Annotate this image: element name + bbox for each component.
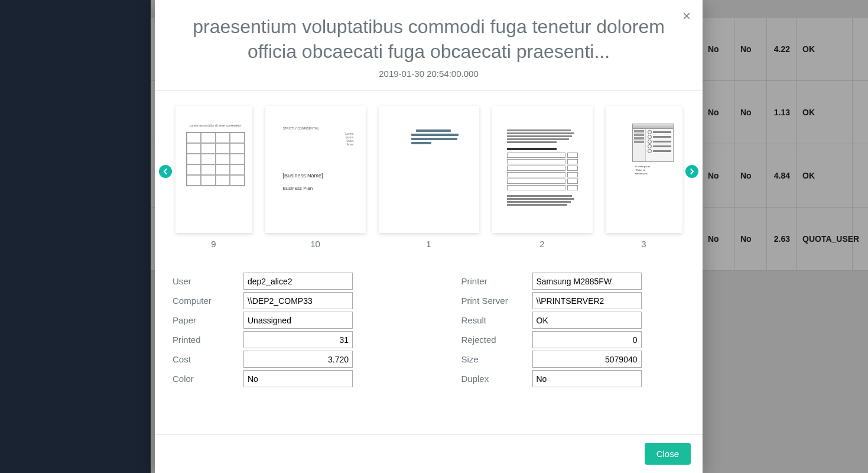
label-user: User — [173, 276, 243, 286]
printer-field[interactable] — [532, 273, 642, 290]
details-left-column: User Computer Paper Printed Cost — [173, 273, 396, 390]
modal-timestamp: 2019-01-30 20:54:00.000 — [173, 69, 685, 79]
label-duplex: Duplex — [461, 374, 532, 384]
label-color: Color — [173, 374, 243, 384]
modal-body: Lorem ipsum dolor sit amet consectetur 9 — [155, 90, 703, 434]
color-field[interactable] — [243, 370, 353, 387]
modal-header: × praesentium voluptatibus commodi fuga … — [155, 0, 703, 90]
label-result: Result — [461, 315, 532, 325]
page-thumbnail-carousel: Lorem ipsum dolor sit amet consectetur 9 — [173, 106, 685, 249]
label-paper: Paper — [173, 315, 243, 325]
label-print-server: Print Server — [461, 296, 532, 306]
page-thumbnail — [492, 106, 593, 233]
thumbnail-item[interactable]: • Lorem ipsum • Dolor sit • Amet cons 3 — [606, 106, 682, 249]
rejected-field[interactable] — [532, 331, 642, 348]
modal-title: praesentium voluptatibus commodi fuga te… — [173, 15, 685, 64]
carousel-next-button[interactable] — [685, 165, 698, 178]
cost-field[interactable] — [243, 351, 353, 368]
label-rejected: Rejected — [461, 335, 532, 345]
page-thumbnail: Lorem ipsum dolor sit amet consectetur — [175, 106, 252, 233]
chevron-right-icon — [689, 169, 695, 174]
label-computer: Computer — [173, 296, 243, 306]
user-field[interactable] — [243, 273, 353, 290]
modal-footer: Close — [155, 434, 703, 473]
details-grid: User Computer Paper Printed Cost — [173, 264, 685, 401]
duplex-field[interactable] — [532, 370, 642, 387]
size-field[interactable] — [532, 351, 642, 368]
thumbnail-page-number: 3 — [641, 239, 646, 249]
carousel-prev-button[interactable] — [159, 165, 172, 178]
chevron-left-icon — [162, 169, 168, 174]
thumbnail-page-number: 1 — [426, 239, 431, 249]
close-button[interactable]: Close — [645, 443, 691, 465]
print-server-field[interactable] — [532, 292, 642, 309]
thumbnail-item[interactable]: 2 — [492, 106, 593, 249]
label-printed: Printed — [173, 335, 243, 345]
thumbnail-page-number: 2 — [539, 239, 544, 249]
page-thumbnail — [379, 106, 479, 233]
result-field[interactable] — [532, 312, 642, 329]
computer-field[interactable] — [243, 292, 353, 309]
print-job-detail-modal: × praesentium voluptatibus commodi fuga … — [155, 0, 703, 473]
label-printer: Printer — [461, 276, 532, 286]
label-size: Size — [461, 354, 532, 364]
thumbnail-page-number: 9 — [211, 239, 216, 249]
sidebar — [0, 0, 151, 473]
page-thumbnail: • Lorem ipsum • Dolor sit • Amet cons — [606, 106, 682, 233]
thumbnail-item[interactable]: STRICTLY CONFIDENTIAL LoremIpsumDolorAme… — [265, 106, 366, 249]
label-cost: Cost — [173, 354, 243, 364]
printed-field[interactable] — [243, 331, 353, 348]
paper-field[interactable] — [243, 312, 353, 329]
close-icon[interactable]: × — [682, 9, 691, 23]
thumbnail-item[interactable]: Lorem ipsum dolor sit amet consectetur 9 — [175, 106, 252, 249]
page-thumbnail: STRICTLY CONFIDENTIAL LoremIpsumDolorAme… — [265, 106, 366, 233]
thumbnail-page-number: 10 — [310, 239, 320, 249]
details-right-column: Printer Print Server Result Rejected Siz… — [461, 273, 685, 390]
thumbnail-item[interactable]: 1 — [379, 106, 479, 249]
